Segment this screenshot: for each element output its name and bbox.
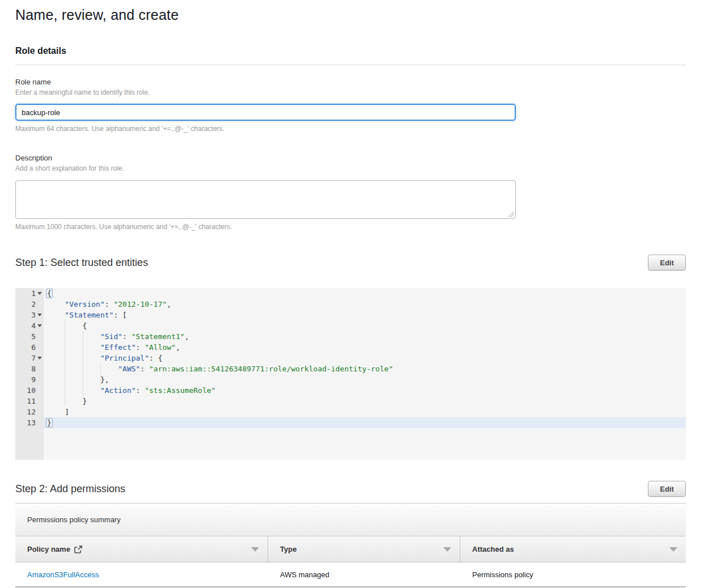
code-token xyxy=(47,365,118,373)
description-constraint: Maximum 1000 characters. Use alphanumeri… xyxy=(15,223,686,231)
filter-icon[interactable] xyxy=(443,547,451,552)
column-header-policy-name: Policy name xyxy=(15,536,268,562)
code-line[interactable]: { xyxy=(44,320,686,331)
gutter-line: 10 xyxy=(15,385,44,396)
matched-brace: } xyxy=(46,418,53,428)
code-token: "Action" xyxy=(100,386,136,395)
code-token: : xyxy=(122,332,132,341)
code-token: "Version" xyxy=(65,300,104,308)
code-token: "Statement1" xyxy=(132,332,185,341)
gutter-line: 6 xyxy=(15,342,44,353)
column-header-label: Attached as xyxy=(472,545,514,553)
code-token: "arn:aws:iam::541263489771:role/workload… xyxy=(149,365,393,373)
code-token: "2012-10-17" xyxy=(113,300,167,308)
matched-brace: { xyxy=(46,289,53,298)
code-token: }, xyxy=(47,375,109,384)
column-header-label: Type xyxy=(280,545,296,553)
line-number: 13 xyxy=(27,417,36,428)
table-row: AmazonS3FullAccessAWS managedPermissions… xyxy=(15,562,686,587)
step1-heading: Step 1: Select trusted entities xyxy=(15,257,148,269)
fold-arrow-icon[interactable] xyxy=(37,314,42,316)
code-token: } xyxy=(47,397,87,405)
page-title: Name, review, and create xyxy=(15,7,686,23)
permissions-table-body: AmazonS3FullAccessAWS managedPermissions… xyxy=(15,562,686,587)
gutter-line: 12 xyxy=(15,407,44,417)
policy-type-cell: AWS managed xyxy=(268,570,460,579)
code-line[interactable]: "Statement": [ xyxy=(44,310,686,320)
permissions-table-head: Policy nameTypeAttached as xyxy=(15,536,686,562)
step2-edit-button[interactable]: Edit xyxy=(648,481,686,497)
editor-gutter: 12345678910111213 xyxy=(15,288,44,460)
fold-arrow-icon[interactable] xyxy=(37,357,42,359)
code-token: { xyxy=(47,322,87,330)
code-line[interactable]: } xyxy=(44,396,686,407)
code-token: "sts:AssumeRole" xyxy=(145,386,215,395)
code-line[interactable]: "Effect": "Allow", xyxy=(44,342,686,353)
code-token: : xyxy=(140,365,149,373)
editor-code-area[interactable]: { "Version": "2012-10-17", "Statement": … xyxy=(44,288,686,460)
code-token xyxy=(47,343,100,352)
gutter-line: 3 xyxy=(15,310,44,320)
line-number: 8 xyxy=(31,363,36,374)
code-token xyxy=(47,332,100,341)
code-token: "Statement" xyxy=(65,311,113,319)
line-number: 10 xyxy=(27,385,36,396)
gutter-line: 4 xyxy=(15,320,44,331)
gutter-line: 1 xyxy=(15,288,44,299)
column-header-label: Policy name xyxy=(27,545,82,553)
code-token xyxy=(47,354,100,362)
column-header-text: Type xyxy=(280,545,296,553)
column-header-text: Policy name xyxy=(27,545,70,553)
role-name-label: Role name xyxy=(15,78,686,86)
policy-name-link[interactable]: AmazonS3FullAccess xyxy=(27,570,99,579)
filter-icon[interactable] xyxy=(251,547,259,552)
permissions-panel-title: Permissions policy summary xyxy=(27,515,121,524)
code-line[interactable]: "AWS": "arn:aws:iam::541263489771:role/w… xyxy=(44,363,686,374)
code-token xyxy=(47,386,100,395)
resize-grip-icon[interactable] xyxy=(508,211,514,217)
step1-edit-button[interactable]: Edit xyxy=(648,255,686,270)
gutter-line: 8 xyxy=(15,363,44,374)
description-textarea[interactable] xyxy=(15,180,516,219)
attached-as-cell: Permissions policy xyxy=(460,570,686,579)
gutter-line: 11 xyxy=(15,396,44,407)
description-hint: Add a short explanation for this role. xyxy=(15,164,686,172)
fold-slot xyxy=(36,324,44,327)
code-token xyxy=(47,311,65,319)
role-name-hint: Enter a meaningful name to identify this… xyxy=(15,88,686,96)
code-line[interactable]: "Action": "sts:AssumeRole" xyxy=(44,385,686,396)
role-name-constraint: Maximum 64 characters. Use alphanumeric … xyxy=(15,125,686,133)
code-line[interactable]: ] xyxy=(44,407,686,417)
code-token: : xyxy=(105,300,114,308)
fold-arrow-icon[interactable] xyxy=(37,292,42,295)
code-token: : xyxy=(136,386,145,395)
column-header-type: Type xyxy=(268,536,460,562)
line-number: 1 xyxy=(31,288,36,299)
code-line[interactable]: }, xyxy=(44,374,686,385)
code-line[interactable]: { xyxy=(44,288,686,299)
code-line[interactable]: "Version": "2012-10-17", xyxy=(44,299,686,310)
filter-icon[interactable] xyxy=(669,547,677,552)
description-label: Description xyxy=(15,154,686,162)
code-token: : { xyxy=(149,354,162,362)
line-number: 6 xyxy=(31,342,36,353)
gutter-line: 13 xyxy=(15,417,44,428)
fold-arrow-icon[interactable] xyxy=(37,324,42,327)
line-number: 5 xyxy=(31,331,36,342)
fold-slot xyxy=(36,314,44,316)
trust-policy-editor[interactable]: 12345678910111213 { "Version": "2012-10-… xyxy=(15,288,686,460)
code-line[interactable]: } xyxy=(44,417,686,428)
role-name-input[interactable] xyxy=(15,104,516,121)
code-token: : xyxy=(136,343,145,352)
code-token: , xyxy=(167,300,171,308)
permissions-table: Policy nameTypeAttached as AmazonS3FullA… xyxy=(15,536,686,587)
code-line[interactable]: "Principal": { xyxy=(44,353,686,363)
policy-name-cell: AmazonS3FullAccess xyxy=(15,570,268,579)
code-token: ] xyxy=(47,408,69,416)
code-line[interactable]: "Sid": "Statement1", xyxy=(44,331,686,342)
role-details-heading: Role details xyxy=(15,46,686,56)
code-token: "Effect" xyxy=(100,343,136,352)
step2-heading: Step 2: Add permissions xyxy=(15,483,125,495)
line-number: 11 xyxy=(27,396,36,407)
code-token: , xyxy=(176,343,180,352)
